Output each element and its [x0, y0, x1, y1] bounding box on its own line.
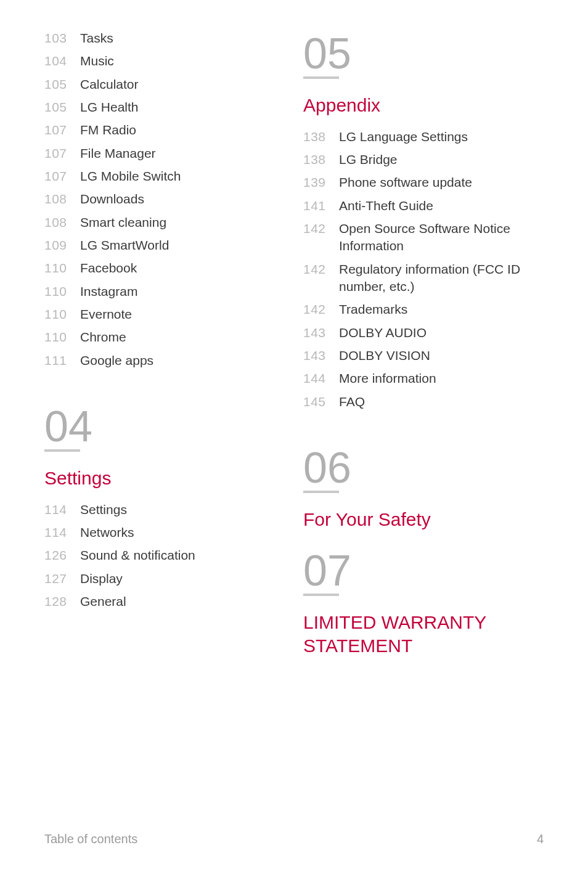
toc-label: More information [339, 370, 436, 387]
toc-entry[interactable]: 126Sound & notification [44, 547, 285, 564]
section-title[interactable]: For Your Safety [303, 508, 544, 531]
toc-label: Sound & notification [80, 547, 195, 564]
toc-entry[interactable]: 111Google apps [44, 352, 285, 369]
toc-label: LG Bridge [339, 151, 398, 168]
toc-label: LG Mobile Switch [80, 168, 181, 185]
toc-entry[interactable]: 128General [44, 593, 285, 610]
toc-label: Calculator [80, 76, 139, 93]
section-title[interactable]: Settings [44, 467, 285, 490]
section-number: 06 [303, 446, 544, 489]
toc-page-num: 107 [44, 168, 80, 185]
toc-label: Display [80, 570, 123, 587]
toc-page-num: 138 [303, 128, 339, 145]
toc-entry[interactable]: 110Evernote [44, 306, 285, 323]
toc-entry[interactable]: 127Display [44, 570, 285, 587]
toc-page-num: 141 [303, 197, 339, 214]
toc-entry[interactable]: 104Music [44, 52, 285, 70]
toc-label: Tasks [80, 30, 113, 47]
toc-page-num: 142 [303, 301, 339, 318]
toc-page-num: 128 [44, 593, 80, 610]
toc-entry[interactable]: 138LG Bridge [303, 151, 544, 168]
toc-page-num: 103 [44, 30, 80, 47]
toc-entry[interactable]: 108Downloads [44, 190, 285, 208]
toc-label: Phone software update [339, 174, 472, 191]
toc-label: Trademarks [339, 301, 407, 318]
toc-label: Instagram [80, 283, 137, 300]
toc-label: Downloads [80, 190, 144, 208]
toc-page-num: 109 [44, 237, 80, 254]
toc-entry[interactable]: 107FM Radio [44, 121, 285, 139]
section-07: 07 LIMITED WARRANTY STATEMENT [303, 549, 544, 657]
toc-label: Regulatory information (FCC ID number, e… [339, 261, 544, 296]
left-column: 103Tasks 104Music 105Calculator 105LG He… [44, 30, 285, 668]
page-footer: Table of contents 4 [44, 832, 544, 846]
toc-label: General [80, 593, 126, 610]
toc-entry[interactable]: 105LG Health [44, 99, 285, 116]
toc-page-num: 110 [44, 283, 80, 300]
toc-entry[interactable]: 142Regulatory information (FCC ID number… [303, 261, 544, 296]
toc-label: Open Source Software Notice Information [339, 220, 544, 255]
toc-page-num: 142 [303, 220, 339, 237]
toc-page-num: 110 [44, 306, 80, 323]
section-number: 05 [303, 32, 544, 75]
toc-entry[interactable]: 110Chrome [44, 329, 285, 346]
section-title[interactable]: Appendix [303, 94, 544, 117]
toc-entry[interactable]: 109LG SmartWorld [44, 237, 285, 254]
toc-page-num: 143 [303, 324, 339, 341]
toc-entry[interactable]: 114Settings [44, 501, 285, 518]
toc-entry[interactable]: 139Phone software update [303, 174, 544, 191]
section-title[interactable]: LIMITED WARRANTY STATEMENT [303, 611, 544, 657]
toc-label: Evernote [80, 306, 132, 323]
section-number: 07 [303, 549, 544, 592]
toc-entry[interactable]: 144More information [303, 370, 544, 387]
toc-entry[interactable]: 107File Manager [44, 145, 285, 162]
toc-label: DOLBY VISION [339, 347, 430, 364]
toc-entry[interactable]: 110Facebook [44, 259, 285, 277]
toc-page-num: 144 [303, 370, 339, 387]
toc-label: Chrome [80, 329, 126, 346]
toc-page-num: 142 [303, 261, 339, 278]
toc-entry[interactable]: 143DOLBY VISION [303, 347, 544, 364]
toc-label: Facebook [80, 259, 137, 277]
toc-entry[interactable]: 142Open Source Software Notice Informati… [303, 220, 544, 255]
toc-page-num: 110 [44, 329, 80, 346]
toc-entry[interactable]: 145FAQ [303, 393, 544, 410]
section-05-items: 138LG Language Settings 138LG Bridge 139… [303, 128, 544, 410]
toc-page-num: 104 [44, 52, 80, 70]
toc-label: Music [80, 52, 114, 70]
toc-page-num: 108 [44, 214, 80, 231]
section-06: 06 For Your Safety [303, 446, 544, 531]
section-04-items: 114Settings 114Networks 126Sound & notif… [44, 501, 285, 611]
toc-page-num: 110 [44, 259, 80, 277]
toc-entry[interactable]: 138LG Language Settings [303, 128, 544, 145]
toc-entry[interactable]: 143DOLBY AUDIO [303, 324, 544, 341]
footer-page-number: 4 [537, 832, 544, 846]
toc-page-num: 105 [44, 76, 80, 93]
toc-page-num: 143 [303, 347, 339, 364]
toc-page-num: 107 [44, 121, 80, 139]
toc-entry[interactable]: 142Trademarks [303, 301, 544, 318]
toc-page: 103Tasks 104Music 105Calculator 105LG He… [0, 0, 588, 668]
toc-label: Settings [80, 501, 127, 518]
section-04: 04 Settings 114Settings 114Networks 126S… [44, 405, 285, 610]
toc-label: Anti-Theft Guide [339, 197, 433, 214]
toc-page-num: 105 [44, 99, 80, 116]
toc-entry[interactable]: 114Networks [44, 524, 285, 541]
footer-left-text: Table of contents [44, 832, 137, 846]
toc-entry[interactable]: 108Smart cleaning [44, 214, 285, 231]
toc-page-num: 145 [303, 393, 339, 410]
toc-label: Networks [80, 524, 134, 541]
toc-page-num: 126 [44, 547, 80, 564]
toc-label: Google apps [80, 352, 153, 369]
toc-entry[interactable]: 141Anti-Theft Guide [303, 197, 544, 214]
toc-page-num: 108 [44, 190, 80, 208]
toc-label: Smart cleaning [80, 214, 166, 231]
toc-page-num: 111 [44, 352, 80, 369]
toc-entry[interactable]: 107LG Mobile Switch [44, 168, 285, 185]
toc-entry[interactable]: 103Tasks [44, 30, 285, 47]
toc-entry[interactable]: 110Instagram [44, 283, 285, 300]
toc-page-num: 114 [44, 524, 80, 541]
right-column: 05 Appendix 138LG Language Settings 138L… [303, 30, 544, 668]
toc-entry[interactable]: 105Calculator [44, 76, 285, 93]
toc-page-num: 127 [44, 570, 80, 587]
